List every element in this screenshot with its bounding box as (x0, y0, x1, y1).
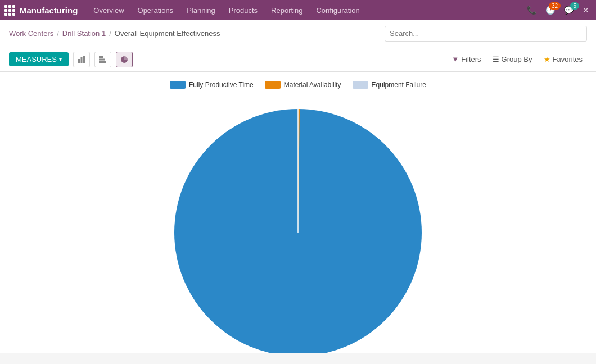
bar-vertical-chart-button[interactable] (73, 52, 90, 67)
groupby-button[interactable]: ☰ Group By (488, 53, 537, 66)
chart-legend: Fully Productive Time Material Availabil… (170, 81, 426, 89)
app-title: Manufacturing (20, 6, 78, 15)
measures-label: MEASURES (16, 55, 57, 63)
pie-chart-svg (163, 98, 433, 353)
phone-icon[interactable]: 📞 (525, 4, 539, 16)
breadcrumb-current: Overall Equipment Effectiveness (115, 29, 220, 38)
breadcrumb-work-centers[interactable]: Work Centers (9, 29, 53, 38)
filters-button[interactable]: ▼ Filters (447, 53, 485, 66)
secondary-bar: Work Centers / Drill Station 1 / Overall… (0, 20, 596, 47)
favorites-button[interactable]: ★ Favorites (539, 53, 587, 66)
nav-planning[interactable]: Planning (180, 0, 222, 20)
measures-button[interactable]: MEASURES ▾ (9, 52, 69, 66)
nav-products[interactable]: Products (222, 0, 264, 20)
breadcrumb-sep-1: / (57, 29, 59, 38)
favorites-label: Favorites (553, 55, 583, 63)
svg-rect-5 (99, 61, 106, 63)
page-wrapper: Manufacturing Overview Operations Planni… (0, 0, 596, 364)
nav-overview[interactable]: Overview (87, 0, 130, 20)
svg-rect-3 (99, 56, 103, 58)
nav-links: Overview Operations Planning Products Re… (87, 0, 525, 20)
nav-reporting[interactable]: Reporting (264, 0, 309, 20)
close-icon[interactable]: ✕ (580, 4, 592, 16)
app-brand[interactable]: Manufacturing (4, 5, 78, 16)
filter-icon: ▼ (451, 55, 459, 63)
search-input[interactable] (385, 26, 587, 42)
pie-chart-container (163, 98, 433, 353)
legend-label-material-availability: Material Availability (284, 81, 341, 89)
clock-badge: 32 (549, 2, 561, 10)
legend-label-equipment-failure: Equipment Failure (372, 81, 426, 89)
clock-icon[interactable]: 🕐 32 (543, 4, 557, 16)
status-bar (0, 353, 596, 364)
breadcrumb-drill-station[interactable]: Drill Station 1 (62, 29, 106, 38)
pie-chart-button[interactable] (116, 52, 133, 67)
svg-rect-1 (80, 57, 82, 63)
navbar-right: 📞 🕐 32 💬 5 ✕ (525, 4, 592, 16)
legend-color-equipment-failure (353, 81, 368, 89)
legend-item-material-availability: Material Availability (265, 81, 341, 89)
toolbar: MEASURES ▾ ▼ Filters ☰ Group By (0, 47, 596, 72)
nav-configuration[interactable]: Configuration (309, 0, 366, 20)
chart-area: Fully Productive Time Material Availabil… (0, 72, 596, 353)
legend-color-material-availability (265, 81, 281, 89)
groupby-label: Group By (502, 55, 532, 63)
chat-badge: 5 (570, 2, 579, 10)
measures-arrow-icon: ▾ (59, 56, 62, 62)
svg-rect-4 (99, 58, 105, 60)
legend-item-fully-productive: Fully Productive Time (170, 81, 254, 89)
filters-label: Filters (461, 55, 481, 63)
legend-item-equipment-failure: Equipment Failure (353, 81, 426, 89)
apps-icon[interactable] (4, 5, 15, 16)
nav-operations[interactable]: Operations (131, 0, 180, 20)
chat-icon[interactable]: 💬 5 (562, 4, 576, 16)
svg-rect-2 (83, 56, 85, 63)
breadcrumb-sep-2: / (109, 29, 111, 38)
toolbar-right: ▼ Filters ☰ Group By ★ Favorites (447, 53, 587, 66)
star-icon: ★ (544, 55, 550, 63)
legend-label-fully-productive: Fully Productive Time (189, 81, 254, 89)
breadcrumb: Work Centers / Drill Station 1 / Overall… (9, 29, 220, 38)
svg-rect-0 (78, 59, 80, 63)
bar-horizontal-chart-button[interactable] (94, 52, 111, 67)
navbar: Manufacturing Overview Operations Planni… (0, 0, 596, 20)
legend-color-fully-productive (170, 81, 186, 89)
groupby-icon: ☰ (493, 55, 499, 63)
